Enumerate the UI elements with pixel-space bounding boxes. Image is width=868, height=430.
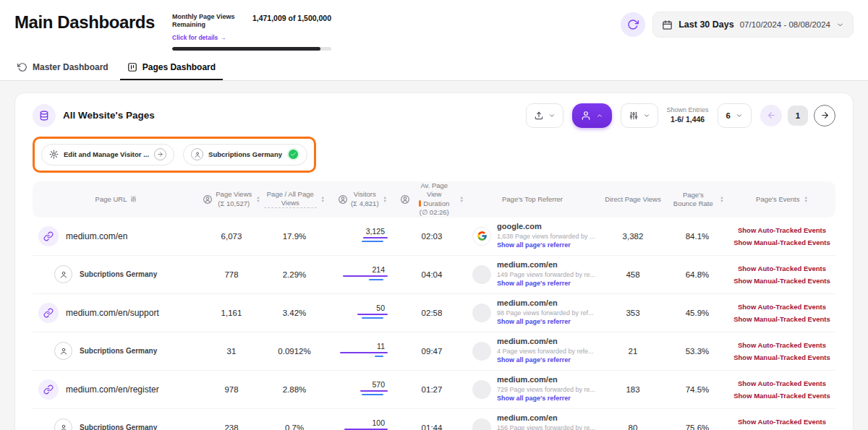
visitors-bar bbox=[362, 317, 383, 319]
page-title: Main Dashboards bbox=[14, 12, 155, 33]
show-manual-tracked-events-link[interactable]: Show Manual-Tracked Events bbox=[733, 238, 830, 246]
tab-master-dashboard[interactable]: Master Dashboard bbox=[10, 56, 116, 80]
visitor-segment-button[interactable] bbox=[572, 103, 612, 128]
col-page-views[interactable]: Page Views(Σ 10,527) ▲▼ bbox=[200, 190, 263, 208]
show-all-referrers-link[interactable]: Show all page's referrer bbox=[497, 241, 595, 249]
prev-page-button[interactable] bbox=[760, 105, 782, 126]
person-circle-icon bbox=[338, 194, 348, 205]
views-bar bbox=[357, 314, 388, 316]
visitors-value: 50 bbox=[376, 304, 385, 312]
quota-details-link[interactable]: Click for details → bbox=[172, 34, 226, 41]
show-all-referrers-link[interactable]: Show all page's referrer bbox=[497, 318, 594, 326]
bounce-rate-value: 45.9% bbox=[666, 309, 728, 317]
referrer-cell: medium.com/en 98 Page views forwarded by… bbox=[465, 298, 600, 326]
column-settings-button[interactable] bbox=[621, 103, 658, 128]
show-all-referrers-link[interactable]: Show all page's referrer bbox=[497, 395, 595, 403]
show-manual-tracked-events-link[interactable]: Show Manual-Tracked Events bbox=[733, 277, 830, 285]
chip-label: Edit and Manage Visitor ... bbox=[64, 150, 149, 158]
refresh-icon bbox=[627, 19, 639, 30]
show-manual-tracked-events-link[interactable]: Show Manual-Tracked Events bbox=[733, 353, 830, 361]
show-manual-tracked-events-link[interactable]: Show Manual-Tracked Events bbox=[733, 392, 830, 400]
edit-visitor-filter-chip[interactable]: Edit and Manage Visitor ... bbox=[41, 144, 174, 165]
quota-progress-bar bbox=[172, 47, 331, 51]
link-icon bbox=[38, 303, 59, 323]
duration-value: 02:58 bbox=[399, 309, 465, 317]
col-events[interactable]: Page's Events ▲▼ bbox=[728, 195, 835, 203]
referrer-cell: medium.com/en 729 Page views forwarded b… bbox=[465, 375, 600, 403]
person-circle-icon bbox=[203, 194, 213, 205]
active-filters-highlight: Edit and Manage Visitor ... Subcriptions… bbox=[33, 137, 316, 173]
col-page-share[interactable]: Page / All Page Views ▲▼ bbox=[263, 190, 326, 209]
tab-pages-dashboard[interactable]: Pages Dashboard bbox=[120, 56, 223, 80]
visitors-mini-chart: 100 bbox=[326, 418, 399, 430]
dashboard-tabs: Master Dashboard Pages Dashboard bbox=[0, 56, 868, 81]
visitors-mini-chart: 214 bbox=[326, 265, 399, 284]
refresh-button[interactable] bbox=[621, 12, 645, 37]
col-visitors[interactable]: Visitors(Σ 4,821) ▲▼ bbox=[326, 190, 399, 208]
date-range-value: 07/10/2024 - 08/08/2024 bbox=[740, 20, 830, 29]
show-auto-tracked-events-link[interactable]: Show Auto-Tracked Events bbox=[738, 226, 826, 234]
table-row[interactable]: medium.com/en/support 1,161 3.42% 50 02:… bbox=[33, 294, 835, 332]
show-auto-tracked-events-link[interactable]: Show Auto-Tracked Events bbox=[738, 379, 826, 387]
referrer-placeholder-icon bbox=[472, 265, 491, 284]
table-row[interactable]: Subcriptions Germany 238 0.7% 100 01:44 … bbox=[33, 409, 835, 430]
page-url: medium.com/en/support bbox=[66, 308, 159, 318]
show-auto-tracked-events-link[interactable]: Show Auto-Tracked Events bbox=[738, 341, 826, 349]
table-row[interactable]: medium.com/en 6,073 17.9% 3,125 02:03 go… bbox=[33, 218, 835, 256]
person-icon bbox=[54, 342, 72, 360]
bounce-rate-value: 75.6% bbox=[666, 423, 728, 430]
date-preset: Last 30 Days bbox=[678, 20, 733, 30]
duration-indicator bbox=[419, 200, 421, 207]
show-manual-tracked-events-link[interactable]: Show Manual-Tracked Events bbox=[733, 315, 830, 323]
page-size-select[interactable]: 6 bbox=[718, 103, 752, 128]
col-bounce-rate[interactable]: Page's Bounce Rate ▲▼ bbox=[666, 191, 728, 208]
google-icon bbox=[472, 227, 491, 246]
table-row[interactable]: Subcriptions Germany 778 2.29% 214 04:04… bbox=[33, 256, 835, 294]
duration-value: 04:04 bbox=[399, 270, 465, 279]
link-icon bbox=[38, 379, 59, 400]
col-referrer: Page's Top Referrer bbox=[465, 195, 600, 203]
sliders-icon bbox=[629, 111, 639, 121]
shown-entries-value: 1-6/ 1,446 bbox=[667, 115, 709, 125]
show-auto-tracked-events-link[interactable]: Show Auto-Tracked Events bbox=[738, 265, 826, 272]
duration-value: 01:44 bbox=[399, 423, 465, 430]
person-icon bbox=[191, 148, 203, 160]
table-row[interactable]: Subcriptions Germany 31 0.0912% 11 09:47… bbox=[33, 332, 835, 371]
export-button[interactable] bbox=[526, 103, 563, 128]
segment-filter-chip[interactable]: Subcriptions Germany bbox=[183, 144, 307, 165]
tab-label: Master Dashboard bbox=[33, 62, 109, 72]
current-page[interactable]: 1 bbox=[788, 106, 808, 126]
show-auto-tracked-events-link[interactable]: Show Auto-Tracked Events bbox=[738, 303, 826, 311]
show-auto-tracked-events-link[interactable]: Show Auto-Tracked Events bbox=[738, 418, 826, 426]
quota-widget: Monthly Page Views Remaining Click for d… bbox=[172, 13, 331, 51]
referrer-name: medium.com/en bbox=[497, 337, 594, 347]
date-range-picker[interactable]: Last 30 Days 07/10/2024 - 08/08/2024 bbox=[652, 12, 854, 38]
arrow-right-icon[interactable] bbox=[154, 148, 166, 160]
table-row[interactable]: medium.com/en/register 978 2.88% 570 01:… bbox=[33, 371, 835, 409]
direct-views-value: 3,382 bbox=[600, 232, 666, 241]
referrer-cell: medium.com/en 149 Page views forwarded b… bbox=[465, 260, 600, 288]
page-share-value: 0.7% bbox=[263, 423, 326, 430]
show-all-referrers-link[interactable]: Show all page's referrer bbox=[497, 280, 595, 288]
person-icon bbox=[581, 111, 591, 121]
page-views-value: 1,161 bbox=[200, 309, 263, 317]
show-all-referrers-link[interactable]: Show all page's referrer bbox=[497, 356, 594, 364]
tab-label: Pages Dashboard bbox=[142, 62, 216, 72]
chevron-down-icon bbox=[736, 112, 743, 119]
page-views-value: 778 bbox=[200, 270, 263, 279]
page-share-value: 3.42% bbox=[263, 309, 326, 317]
next-page-button[interactable] bbox=[814, 105, 835, 126]
col-duration[interactable]: Av. Page View Duration (∅ 02:26) ▲▼ bbox=[399, 181, 465, 218]
col-page-url[interactable]: Page URL bbox=[33, 195, 200, 203]
visitors-mini-chart: 50 bbox=[326, 304, 399, 322]
segment-name: Subcriptions Germany bbox=[80, 270, 157, 278]
pages-panel: All Website's Pages Shown Entries 1-6/ 1… bbox=[14, 93, 854, 430]
duration-value: 09:47 bbox=[399, 347, 465, 356]
quota-label: Monthly Page Views Remaining bbox=[172, 13, 245, 30]
referrer-placeholder-icon bbox=[472, 304, 491, 322]
events-cell: Show Auto-Tracked Events Show Manual-Tra… bbox=[728, 341, 835, 361]
visitors-bar bbox=[362, 394, 383, 396]
database-icon bbox=[33, 104, 56, 127]
page-share-value: 17.9% bbox=[263, 232, 326, 241]
visitors-bar bbox=[375, 356, 383, 358]
